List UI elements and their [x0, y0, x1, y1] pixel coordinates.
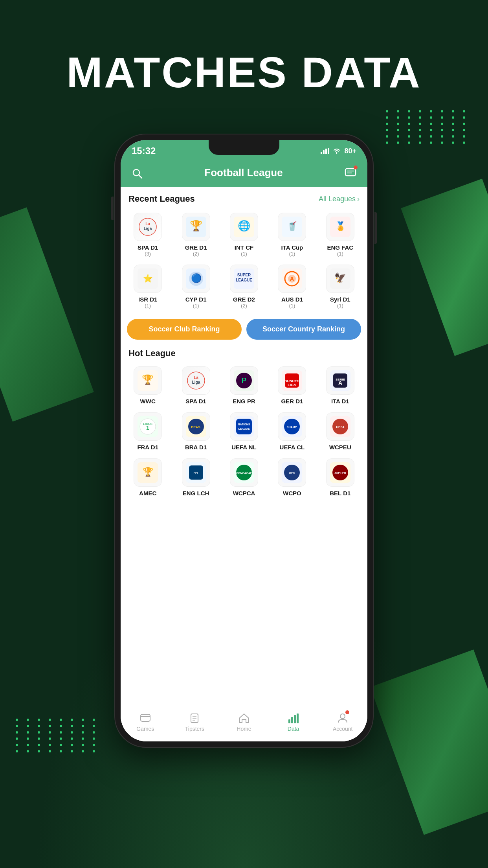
tipsters-icon [189, 711, 200, 724]
svg-text:LIGA: LIGA [288, 383, 297, 387]
nav-data[interactable]: Data [278, 711, 309, 732]
svg-text:UEFA: UEFA [336, 425, 345, 429]
hot-league-bra-d1[interactable]: BRAS. BRA D1 [172, 408, 219, 454]
hot-league-wcpca[interactable]: CONCACAF WCPCA [221, 454, 267, 500]
hot-league-amec[interactable]: 🏆 AMEC [125, 454, 171, 500]
nav-home-label: Home [237, 726, 251, 732]
hot-logo-bel-d1: JUPILER [326, 458, 354, 487]
nav-games[interactable]: Games [130, 711, 161, 732]
hot-leagues-row2: LIGUE 1 FRA D1 BRAS. [121, 408, 367, 454]
league-logo-eng-fac: 🏅 [326, 213, 354, 241]
games-icon [139, 711, 151, 724]
hot-logo-wcpeu: UEFA [326, 412, 354, 441]
wifi-icon [332, 148, 341, 154]
home-icon [238, 711, 250, 724]
nav-tipsters[interactable]: Tipsters [179, 711, 210, 732]
svg-text:LEAGUE: LEAGUE [238, 427, 250, 430]
hot-logo-eng-lch: EFL [182, 458, 210, 487]
svg-rect-2 [325, 149, 327, 154]
league-item-eng-fac[interactable]: 🏅 ENG FAC (1) [317, 209, 363, 261]
league-logo-isr-d1: ⭐ [134, 265, 162, 293]
content-area: Recent Leagues All Leagues › La [121, 187, 367, 741]
hot-league-fra-d1[interactable]: LIGUE 1 FRA D1 [125, 408, 171, 454]
recent-leagues-title: Recent Leagues [128, 194, 195, 204]
svg-text:P: P [242, 377, 246, 384]
status-time: 15:32 [132, 145, 156, 156]
hot-league-eng-lch[interactable]: EFL ENG LCH [172, 454, 219, 500]
league-item-spa-d1[interactable]: La Liga SPA D1 (3) [125, 209, 171, 261]
notification-dot [354, 166, 358, 169]
hot-league-ger-d1[interactable]: BUNDES LIGA GER D1 [269, 362, 315, 408]
league-logo-syri-d1: 🦅 [326, 265, 354, 293]
league-item-ita-cup[interactable]: 🥤 ITA Cup (1) [269, 209, 315, 261]
club-ranking-button[interactable]: Soccer Club Ranking [127, 319, 242, 340]
svg-line-5 [139, 175, 142, 178]
league-name-aus-d1: AUS D1 [281, 296, 303, 303]
signal-icon [321, 148, 329, 154]
hot-name-uefa-nl: UEFA NL [231, 444, 257, 451]
league-item-aus-d1[interactable]: A AUS D1 (1) [269, 261, 315, 313]
hot-league-spa-d1[interactable]: La Liga SPA D1 [172, 362, 219, 408]
message-icon[interactable] [345, 167, 356, 179]
league-item-syri-d1[interactable]: 🦅 Syri D1 (1) [317, 261, 363, 313]
nav-home[interactable]: Home [228, 711, 260, 732]
hot-logo-wcpca: CONCACAF [230, 458, 258, 487]
svg-text:La: La [194, 375, 198, 380]
svg-text:🏆: 🏆 [142, 374, 154, 385]
league-logo-ita-cup: 🥤 [278, 213, 306, 241]
status-icons: 80+ [321, 147, 356, 155]
hot-league-wcpo[interactable]: OFC WCPO [269, 454, 315, 500]
hot-logo-fra-d1: LIGUE 1 [134, 412, 162, 441]
svg-text:LEAGUE: LEAGUE [236, 278, 252, 282]
hot-league-eng-pr[interactable]: P ENG PR [221, 362, 267, 408]
svg-text:Liga: Liga [192, 380, 200, 384]
league-count-gre-d1: (2) [193, 251, 199, 257]
battery-text: 80+ [344, 147, 356, 155]
hot-name-eng-lch: ENG LCH [183, 490, 209, 497]
hot-name-fra-d1: FRA D1 [137, 444, 158, 451]
svg-text:NATIONS: NATIONS [238, 423, 250, 426]
country-ranking-button[interactable]: Soccer Country Ranking [246, 319, 361, 340]
svg-text:CHAMP.: CHAMP. [287, 426, 297, 428]
hot-league-header: Hot League [121, 346, 367, 362]
hot-league-bel-d1[interactable]: JUPILER BEL D1 [317, 454, 363, 500]
hot-league-uefa-cl[interactable]: CHAMP. UEFA CL [269, 408, 315, 454]
search-icon[interactable] [132, 167, 143, 179]
svg-text:🔵: 🔵 [191, 273, 202, 283]
league-name-cyp-d1: CYP D1 [185, 296, 207, 303]
svg-text:BUNDES: BUNDES [284, 379, 299, 383]
league-name-gre-d1: GRE D1 [185, 244, 207, 251]
hot-logo-spa-d1: La Liga [182, 366, 210, 395]
bottom-navigation: Games Tipsters Home [121, 707, 367, 741]
league-name-spa-d1: SPA D1 [138, 244, 158, 251]
hot-league-ita-d1[interactable]: SERIE A ITA D1 [317, 362, 363, 408]
league-item-gre-d2[interactable]: SUPER LEAGUE GRE D2 (2) [221, 261, 267, 313]
hot-logo-amec: 🏆 [134, 458, 162, 487]
league-item-isr-d1[interactable]: ⭐ ISR D1 (1) [125, 261, 171, 313]
svg-text:CONCACAF: CONCACAF [236, 472, 252, 474]
svg-rect-1 [323, 150, 325, 154]
hot-name-eng-pr: ENG PR [233, 398, 255, 405]
nav-account[interactable]: Account [327, 711, 358, 732]
league-count-int-cf: (1) [241, 251, 247, 257]
notch [209, 140, 279, 155]
hot-league-uefa-nl[interactable]: NATIONS LEAGUE UEFA NL [221, 408, 267, 454]
hot-league-wwc[interactable]: 🏆 WWC [125, 362, 171, 408]
hot-name-wcpeu: WCPEU [329, 444, 351, 451]
league-item-int-cf[interactable]: 🌐 INT CF (1) [221, 209, 267, 261]
league-item-gre-d1[interactable]: 🏆 GRE D1 (2) [172, 209, 219, 261]
hot-logo-wcpo: OFC [278, 458, 306, 487]
all-leagues-link[interactable]: All Leagues › [319, 195, 360, 203]
league-count-isr-d1: (1) [145, 303, 151, 309]
hot-logo-bra-d1: BRAS. [182, 412, 210, 441]
league-item-cyp-d1[interactable]: 🔵 CYP D1 (1) [172, 261, 219, 313]
hot-league-wcpeu[interactable]: UEFA WCPEU [317, 408, 363, 454]
league-count-eng-fac: (1) [337, 251, 343, 257]
hot-name-bel-d1: BEL D1 [330, 490, 350, 497]
recent-leagues-grid-row1: La Liga SPA D1 (3) 🏆 [121, 209, 367, 261]
league-count-cyp-d1: (1) [193, 303, 199, 309]
svg-rect-89 [288, 719, 290, 723]
svg-rect-92 [297, 714, 299, 723]
league-count-ita-cup: (1) [289, 251, 295, 257]
svg-text:🏆: 🏆 [190, 219, 203, 232]
